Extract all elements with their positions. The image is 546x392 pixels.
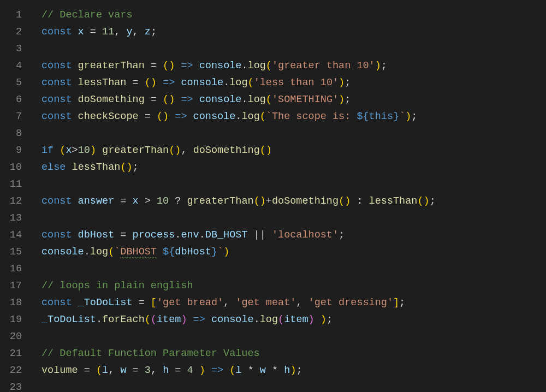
token: doSomething bbox=[272, 195, 339, 207]
line-number: 10 bbox=[0, 159, 22, 176]
code-editor[interactable]: 1234567891011121314151617181920212223 //… bbox=[0, 0, 546, 392]
code-line[interactable] bbox=[41, 379, 546, 392]
code-line[interactable] bbox=[41, 328, 546, 345]
token: ; bbox=[327, 314, 333, 325]
token: ? bbox=[169, 195, 187, 207]
token: , bbox=[114, 26, 126, 38]
code-line[interactable]: // Declare vars bbox=[41, 7, 546, 23]
token: ( bbox=[278, 314, 284, 325]
code-line[interactable]: const dbHost = process.env.DB_HOST || 'l… bbox=[41, 227, 546, 243]
token: ` bbox=[399, 111, 405, 122]
token bbox=[169, 111, 175, 122]
token: ; bbox=[345, 77, 351, 88]
token: lessThan bbox=[72, 77, 127, 88]
token: . bbox=[241, 60, 247, 72]
token: => bbox=[181, 60, 193, 72]
token: , bbox=[108, 365, 120, 376]
token: ) bbox=[199, 365, 205, 376]
token: ( bbox=[266, 94, 272, 105]
token: y bbox=[126, 26, 132, 38]
token: , bbox=[181, 145, 193, 156]
token: 'SOMETHING' bbox=[272, 94, 339, 105]
token: ` bbox=[114, 246, 120, 258]
code-line[interactable]: volume = (l, w = 3, h = 4 ) => (l * w * … bbox=[41, 362, 546, 379]
token: ) bbox=[405, 111, 411, 122]
token: = bbox=[114, 229, 132, 241]
token: = bbox=[133, 297, 151, 308]
line-number: 20 bbox=[0, 328, 22, 345]
token: () bbox=[163, 94, 175, 105]
token: ${ bbox=[163, 246, 175, 258]
token: x bbox=[133, 195, 139, 207]
code-line[interactable]: const x = 11, y, z; bbox=[41, 23, 546, 40]
token: () bbox=[417, 195, 429, 207]
token: _ToDoList bbox=[72, 297, 133, 308]
token: const bbox=[41, 111, 72, 122]
code-line[interactable]: const doSomething = () => console.log('S… bbox=[41, 91, 546, 108]
token bbox=[175, 77, 181, 88]
code-line[interactable]: const _ToDoList = ['get bread', 'get mea… bbox=[41, 294, 546, 311]
token: const bbox=[41, 229, 72, 241]
token: . bbox=[175, 229, 181, 241]
token: ; bbox=[296, 365, 302, 376]
code-area[interactable]: // Declare varsconst x = 11, y, z; const… bbox=[29, 0, 546, 392]
token: log bbox=[229, 77, 247, 88]
token: = bbox=[145, 60, 163, 72]
token bbox=[314, 314, 321, 325]
token: `The scope is: bbox=[266, 111, 357, 122]
token: console bbox=[199, 60, 242, 72]
code-line[interactable]: // loops in plain english bbox=[41, 277, 546, 294]
code-line[interactable]: const checkScope = () => console.log(`Th… bbox=[41, 108, 546, 125]
token: . bbox=[254, 314, 260, 325]
token: DB_HOST bbox=[205, 229, 248, 241]
token: log bbox=[241, 111, 259, 122]
token: ) bbox=[375, 60, 381, 72]
token: volume bbox=[41, 365, 78, 376]
token: 'localhost' bbox=[272, 229, 339, 241]
token: // loops in plain english bbox=[41, 280, 193, 292]
code-line[interactable]: else lessThan(); bbox=[41, 159, 546, 176]
line-number: 9 bbox=[0, 142, 22, 159]
token: l bbox=[102, 365, 108, 376]
token: doSomething bbox=[72, 94, 145, 105]
token: else bbox=[41, 162, 66, 173]
token: log bbox=[260, 314, 278, 325]
token: > bbox=[139, 195, 157, 207]
line-number: 13 bbox=[0, 210, 22, 227]
token: forEach bbox=[102, 314, 145, 325]
token: log bbox=[248, 94, 266, 105]
token: 3 bbox=[145, 365, 151, 376]
token: console bbox=[181, 77, 223, 88]
token: => bbox=[193, 314, 205, 325]
line-number: 14 bbox=[0, 227, 22, 243]
token: . bbox=[235, 111, 241, 122]
code-line[interactable]: console.log(`DBHOST ${dbHost}`) bbox=[41, 243, 546, 260]
code-line[interactable] bbox=[41, 260, 546, 277]
token bbox=[205, 365, 211, 376]
code-line[interactable] bbox=[41, 176, 546, 193]
token: const bbox=[41, 60, 72, 72]
line-number: 16 bbox=[0, 260, 22, 277]
code-line[interactable]: _ToDoList.forEach((item) => console.log(… bbox=[41, 311, 546, 328]
code-line[interactable] bbox=[41, 40, 546, 57]
line-number: 2 bbox=[0, 23, 22, 40]
token: = bbox=[126, 77, 144, 88]
token: => bbox=[175, 111, 187, 122]
token bbox=[66, 162, 72, 173]
token: 10 bbox=[157, 195, 169, 207]
token: ) bbox=[339, 94, 345, 105]
token: ` bbox=[217, 246, 223, 258]
code-line[interactable]: if (x>10) greaterThan(), doSomething() bbox=[41, 142, 546, 159]
code-line[interactable] bbox=[41, 210, 546, 227]
token: w bbox=[260, 365, 266, 376]
token: ( bbox=[260, 111, 266, 122]
code-line[interactable] bbox=[41, 125, 546, 142]
line-number: 15 bbox=[0, 243, 22, 260]
token: ( bbox=[96, 365, 102, 376]
code-line[interactable]: // Default Function Parameter Values bbox=[41, 345, 546, 362]
token: () bbox=[157, 111, 169, 122]
code-line[interactable]: const greaterThan = () => console.log('g… bbox=[41, 57, 546, 74]
code-line[interactable]: const lessThan = () => console.log('less… bbox=[41, 74, 546, 91]
code-line[interactable]: const answer = x > 10 ? greaterThan()+do… bbox=[41, 193, 546, 210]
token: greaterThan bbox=[102, 145, 169, 156]
